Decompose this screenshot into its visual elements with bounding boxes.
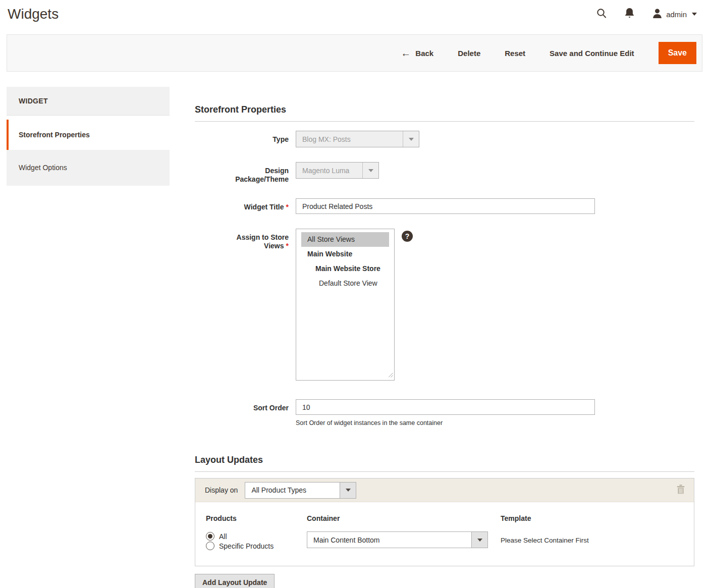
main-area: WIDGET Storefront Properties Widget Opti… <box>7 87 709 588</box>
back-button[interactable]: ← Back <box>401 48 433 58</box>
search-icon <box>596 8 607 20</box>
widget-title-label: Widget Title* <box>195 198 289 214</box>
content-panel: Storefront Properties Type Blog MX: Post… <box>195 87 694 588</box>
account-menu-button[interactable]: admin <box>652 9 697 20</box>
store-views-field-row: Assign to Store Views* All Store Views M… <box>195 229 694 381</box>
caret-down-icon <box>692 13 697 16</box>
store-views-label: Assign to Store Views* <box>195 229 289 381</box>
notifications-button[interactable] <box>625 8 634 20</box>
design-theme-select-value: Magento Luma <box>296 163 362 178</box>
products-radio-all[interactable]: All <box>206 531 307 541</box>
widget-title-input[interactable] <box>296 198 595 214</box>
products-radio-specific-input[interactable] <box>206 542 214 550</box>
template-label: Template <box>501 514 684 522</box>
header-actions: admin <box>596 6 697 20</box>
save-and-continue-button[interactable]: Save and Continue Edit <box>550 49 634 58</box>
products-radio-all-label: All <box>219 532 227 541</box>
container-label: Container <box>307 514 501 522</box>
sort-order-note: Sort Order of widget instances in the sa… <box>296 419 443 426</box>
container-select[interactable]: Main Content Bottom <box>307 531 488 548</box>
layout-update-header: Display on All Product Types <box>195 478 694 502</box>
products-radio-specific-label: Specific Products <box>219 542 274 550</box>
page-header: Widgets admin <box>0 0 709 28</box>
container-select-arrow <box>471 532 487 548</box>
reset-button[interactable]: Reset <box>505 49 525 58</box>
container-column: Container Main Content Bottom <box>307 514 501 551</box>
search-button[interactable] <box>596 8 607 20</box>
products-radio-specific[interactable]: Specific Products <box>206 541 307 551</box>
display-on-select[interactable]: All Product Types <box>245 482 356 499</box>
account-username: admin <box>666 10 687 19</box>
storefront-properties-heading: Storefront Properties <box>195 104 694 122</box>
page-title: Widgets <box>8 6 59 22</box>
trash-icon <box>677 485 685 496</box>
required-asterisk: * <box>286 203 289 211</box>
user-avatar-icon <box>652 9 662 20</box>
save-button[interactable]: Save <box>659 42 696 64</box>
sort-order-input[interactable] <box>296 399 595 415</box>
required-asterisk: * <box>286 242 289 250</box>
type-label: Type <box>195 131 289 147</box>
widget-title-field-row: Widget Title* <box>195 198 694 214</box>
layout-update-body: Products All Specific Products Container… <box>195 502 694 566</box>
template-column: Template Please Select Container First <box>501 514 684 551</box>
back-button-label: Back <box>415 49 433 58</box>
back-arrow-icon: ← <box>401 48 411 58</box>
container-select-value: Main Content Bottom <box>307 532 471 548</box>
bell-icon <box>625 8 634 20</box>
display-on-select-value: All Product Types <box>245 483 340 498</box>
type-select-value: Blog MX: Posts <box>296 131 403 147</box>
design-theme-field-row: Design Package/Theme Magento Luma <box>195 162 694 184</box>
layout-updates-heading: Layout Updates <box>195 455 694 472</box>
layout-update-box: Display on All Product Types <box>195 478 694 566</box>
design-theme-select[interactable]: Magento Luma <box>296 162 379 179</box>
sidebar-title: WIDGET <box>7 87 170 116</box>
products-column: Products All Specific Products <box>206 514 307 551</box>
products-label: Products <box>206 514 307 522</box>
save-and-continue-label: Save and Continue Edit <box>550 49 634 58</box>
sidebar-item-storefront-properties[interactable]: Storefront Properties <box>7 120 170 150</box>
reset-button-label: Reset <box>505 49 525 58</box>
page-actions-toolbar: ← Back Delete Reset Save and Continue Ed… <box>7 34 702 72</box>
display-on-select-arrow <box>340 483 356 498</box>
delete-button[interactable]: Delete <box>458 49 480 58</box>
remove-layout-update-button[interactable] <box>677 485 685 496</box>
add-layout-update-button[interactable]: Add Layout Update <box>195 574 275 588</box>
store-views-listbox[interactable]: All Store Views Main Website Main Websit… <box>296 229 395 381</box>
store-view-option-main-website-store[interactable]: Main Website Store <box>301 261 389 276</box>
sort-order-field-row: Sort Order Sort Order of widget instance… <box>195 399 694 426</box>
help-tooltip-icon[interactable]: ? <box>402 231 413 242</box>
type-select-arrow <box>403 131 419 147</box>
delete-button-label: Delete <box>458 49 480 58</box>
sidebar-item-widget-options[interactable]: Widget Options <box>7 150 170 186</box>
store-view-option-main-website[interactable]: Main Website <box>301 247 389 261</box>
sort-order-label: Sort Order <box>195 399 289 426</box>
products-radio-all-input[interactable] <box>206 532 214 541</box>
template-value: Please Select Container First <box>501 531 684 544</box>
listbox-resize-grip-icon[interactable] <box>389 371 393 379</box>
type-select[interactable]: Blog MX: Posts <box>296 131 419 147</box>
store-view-option-all-store-views[interactable]: All Store Views <box>301 232 389 247</box>
store-view-option-default-store-view[interactable]: Default Store View <box>301 276 389 291</box>
type-field-row: Type Blog MX: Posts <box>195 131 694 147</box>
sidebar-nav: WIDGET Storefront Properties Widget Opti… <box>7 87 170 186</box>
design-theme-label: Design Package/Theme <box>195 162 289 184</box>
display-on-label: Display on <box>205 486 238 494</box>
design-theme-select-arrow <box>362 163 378 178</box>
